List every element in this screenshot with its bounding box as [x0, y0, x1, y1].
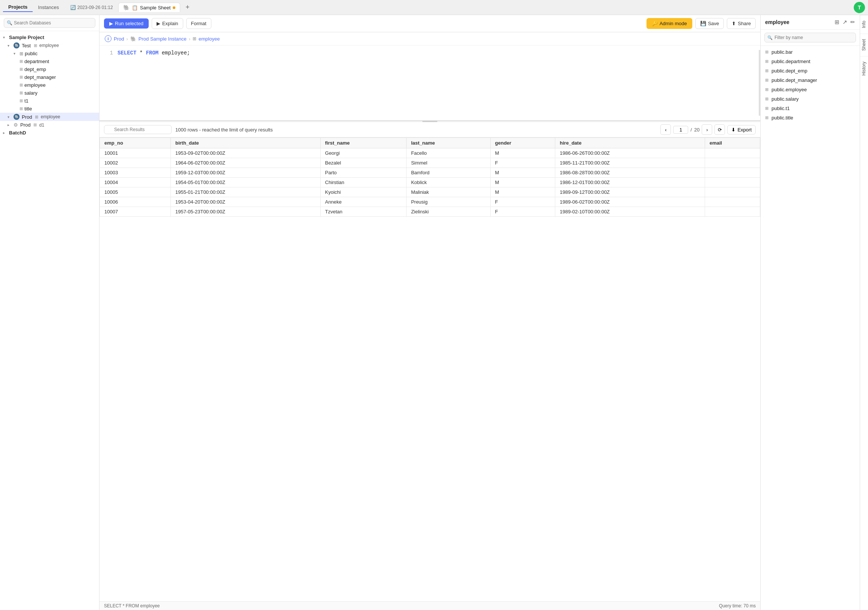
table-cell[interactable]: Zielinski: [406, 207, 490, 217]
table-cell[interactable]: M: [490, 148, 555, 158]
table-cell[interactable]: Georgi: [320, 148, 406, 158]
table-cell[interactable]: 1986-12-01T00:00:00Z: [555, 178, 705, 188]
table-cell[interactable]: [705, 148, 760, 158]
table-cell[interactable]: 1986-06-26T00:00:00Z: [555, 148, 705, 158]
next-page-button[interactable]: ›: [702, 124, 712, 135]
tree-item-salary[interactable]: ⊞ salary: [0, 89, 99, 97]
admin-mode-button[interactable]: 🔑 Admin mode: [646, 18, 692, 29]
right-panel-item-bar[interactable]: ⊞public.bar: [761, 47, 860, 57]
table-cell[interactable]: 1989-09-12T00:00:00Z: [555, 188, 705, 197]
table-cell[interactable]: 10004: [100, 178, 171, 188]
table-cell[interactable]: 1957-05-23T00:00:00Z: [170, 207, 320, 217]
right-panel-item-salary[interactable]: ⊞public.salary: [761, 94, 860, 104]
tree-item-test[interactable]: ▾ 🐘 Test ⊞ employee: [0, 41, 99, 50]
col-header-birth-date[interactable]: birth_date: [170, 138, 320, 148]
prev-page-button[interactable]: ‹: [660, 124, 671, 135]
table-cell[interactable]: Koblick: [406, 178, 490, 188]
save-button[interactable]: 💾 Save: [695, 18, 724, 29]
table-cell[interactable]: 1986-08-28T00:00:00Z: [555, 168, 705, 178]
table-cell[interactable]: 1953-04-20T00:00:00Z: [170, 197, 320, 207]
side-tab-info[interactable]: Info: [860, 15, 868, 33]
table-cell[interactable]: Anneke: [320, 197, 406, 207]
col-header-hire-date[interactable]: hire_date: [555, 138, 705, 148]
info-icon[interactable]: i: [105, 35, 112, 42]
table-cell[interactable]: Chirstian: [320, 178, 406, 188]
table-cell[interactable]: 1959-12-03T00:00:00Z: [170, 168, 320, 178]
table-cell[interactable]: 1954-05-01T00:00:00Z: [170, 178, 320, 188]
new-tab-button[interactable]: +: [183, 3, 192, 12]
grid-icon[interactable]: ⊞: [835, 19, 840, 26]
table-cell[interactable]: M: [490, 188, 555, 197]
page-number-input[interactable]: [673, 126, 688, 134]
side-tab-sheet[interactable]: Sheet: [860, 33, 868, 56]
table-cell[interactable]: Preusig: [406, 197, 490, 207]
side-tab-history[interactable]: History: [860, 56, 868, 81]
table-cell[interactable]: [705, 207, 760, 217]
results-search-input[interactable]: [104, 125, 172, 134]
right-panel-filter-input[interactable]: [764, 33, 856, 42]
tree-item-dept-manager[interactable]: ⊞ dept_manager: [0, 73, 99, 81]
right-panel-item-title[interactable]: ⊞public.title: [761, 113, 860, 123]
col-header-last-name[interactable]: last_name: [406, 138, 490, 148]
table-cell[interactable]: 1955-01-21T00:00:00Z: [170, 188, 320, 197]
table-cell[interactable]: Simmel: [406, 158, 490, 168]
table-cell[interactable]: Parto: [320, 168, 406, 178]
table-cell[interactable]: 1953-09-02T00:00:00Z: [170, 148, 320, 158]
table-cell[interactable]: 1964-06-02T00:00:00Z: [170, 158, 320, 168]
share-button[interactable]: ⬆ Share: [727, 18, 756, 29]
table-cell[interactable]: [705, 158, 760, 168]
refresh-button[interactable]: ⟳: [715, 124, 725, 135]
right-panel-item-t1[interactable]: ⊞public.t1: [761, 104, 860, 113]
edit-icon[interactable]: ✏: [850, 19, 855, 26]
table-cell[interactable]: M: [490, 168, 555, 178]
table-cell[interactable]: Bezalel: [320, 158, 406, 168]
right-panel-item-dept_emp[interactable]: ⊞public.dept_emp: [761, 66, 860, 76]
table-cell[interactable]: [705, 178, 760, 188]
table-cell[interactable]: F: [490, 197, 555, 207]
table-cell[interactable]: Tzvetan: [320, 207, 406, 217]
explain-button[interactable]: ▶ Explain: [152, 18, 183, 29]
tree-item-prod-d1[interactable]: ▸ ⚙ Prod ⊞ d1: [0, 121, 99, 129]
code-line-1[interactable]: SELECT * FROM employee;: [118, 50, 190, 116]
right-panel-item-employee[interactable]: ⊞public.employee: [761, 85, 860, 94]
table-cell[interactable]: F: [490, 158, 555, 168]
tree-item-employee[interactable]: ⊞ employee: [0, 81, 99, 89]
tree-item-t1[interactable]: ⊞ t1: [0, 97, 99, 105]
table-cell[interactable]: Maliniak: [406, 188, 490, 197]
right-panel-item-dept_manager[interactable]: ⊞public.dept_manager: [761, 76, 860, 85]
table-cell[interactable]: 1989-02-10T00:00:00Z: [555, 207, 705, 217]
col-header-gender[interactable]: gender: [490, 138, 555, 148]
table-cell[interactable]: 10001: [100, 148, 171, 158]
user-avatar[interactable]: T: [854, 2, 865, 13]
tree-item-batchd[interactable]: ▸ BatchD: [0, 129, 99, 137]
tab-projects[interactable]: Projects: [3, 3, 33, 12]
tree-item-department[interactable]: ⊞ department: [0, 57, 99, 65]
tree-item-dept-emp[interactable]: ⊞ dept_emp: [0, 65, 99, 73]
tab-instances[interactable]: Instances: [33, 3, 64, 12]
run-selected-button[interactable]: ▶ Run selected: [104, 19, 149, 28]
table-cell[interactable]: M: [490, 178, 555, 188]
table-cell[interactable]: 10007: [100, 207, 171, 217]
sidebar-search-input[interactable]: [4, 18, 95, 28]
table-cell[interactable]: 1989-06-02T00:00:00Z: [555, 197, 705, 207]
scrollbar-editor[interactable]: [759, 50, 760, 116]
table-cell[interactable]: Kyoichi: [320, 188, 406, 197]
tree-item-sample-project[interactable]: ▾ Sample Project: [0, 33, 99, 41]
tree-item-title[interactable]: ⊞ title: [0, 105, 99, 113]
table-cell[interactable]: Facello: [406, 148, 490, 158]
format-button[interactable]: Format: [186, 18, 211, 29]
breadcrumb-env[interactable]: Prod: [114, 36, 124, 42]
breadcrumb-instance[interactable]: Prod Sample Instance: [138, 36, 187, 42]
table-cell[interactable]: [705, 197, 760, 207]
table-cell[interactable]: [705, 168, 760, 178]
table-cell[interactable]: 10006: [100, 197, 171, 207]
external-link-icon[interactable]: ↗: [842, 19, 847, 26]
table-cell[interactable]: 10005: [100, 188, 171, 197]
breadcrumb-table[interactable]: employee: [198, 36, 220, 42]
sheet-tab[interactable]: 🐘 📋 Sample Sheet: [118, 3, 181, 12]
sql-editor[interactable]: 1 SELECT * FROM employee;: [99, 45, 760, 121]
col-header-email[interactable]: email: [705, 138, 760, 148]
table-cell[interactable]: [705, 188, 760, 197]
export-button[interactable]: ⬇ Export: [727, 125, 756, 135]
table-cell[interactable]: Bamford: [406, 168, 490, 178]
